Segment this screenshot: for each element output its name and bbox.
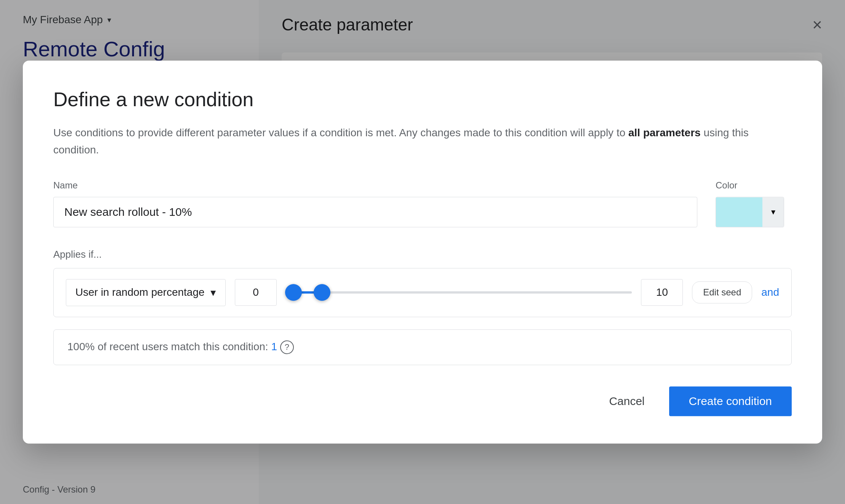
- modal-cancel-button[interactable]: Cancel: [597, 387, 657, 415]
- condition-color-field: Color ▾: [716, 180, 792, 227]
- condition-type-value: User in random percentage: [75, 286, 204, 298]
- modal-desc-part1: Use conditions to provide different para…: [53, 127, 628, 139]
- modal-desc-bold: all parameters: [628, 127, 701, 139]
- modal-footer: Cancel Create condition: [53, 386, 792, 416]
- match-link[interactable]: 1: [271, 340, 277, 352]
- condition-name-field: Name: [53, 180, 697, 227]
- slider-thumb-right[interactable]: [314, 284, 330, 301]
- color-picker[interactable]: ▾: [716, 197, 784, 227]
- condition-row: User in random percentage ▾ 0 Edit seed …: [53, 268, 792, 317]
- modal-description: Use conditions to provide different para…: [53, 124, 792, 159]
- applies-if-label: Applies if...: [53, 249, 792, 260]
- edit-seed-button[interactable]: Edit seed: [692, 281, 752, 303]
- condition-type-select[interactable]: User in random percentage ▾: [66, 279, 226, 306]
- match-info-box: 100% of recent users match this conditio…: [53, 329, 792, 365]
- percentage-max-input[interactable]: [641, 279, 683, 306]
- modal-create-button[interactable]: Create condition: [669, 386, 792, 416]
- match-help-icon[interactable]: ?: [280, 340, 294, 354]
- slider-container: [286, 282, 632, 303]
- define-condition-modal: Define a new condition Use conditions to…: [23, 61, 822, 443]
- slider-thumb-left[interactable]: [285, 284, 302, 301]
- condition-name-label: Name: [53, 180, 697, 191]
- match-text: 100% of recent users match this conditio…: [67, 340, 271, 352]
- modal-title: Define a new condition: [53, 88, 792, 111]
- condition-dropdown-arrow: ▾: [210, 286, 216, 299]
- condition-name-input[interactable]: [53, 197, 697, 227]
- color-swatch: [716, 197, 762, 227]
- slider-track: [286, 291, 632, 293]
- name-color-row: Name Color ▾: [53, 180, 792, 227]
- color-dropdown-button[interactable]: ▾: [762, 197, 784, 227]
- percentage-min-input[interactable]: 0: [235, 279, 277, 306]
- and-link[interactable]: and: [761, 286, 779, 298]
- condition-color-label: Color: [716, 180, 792, 191]
